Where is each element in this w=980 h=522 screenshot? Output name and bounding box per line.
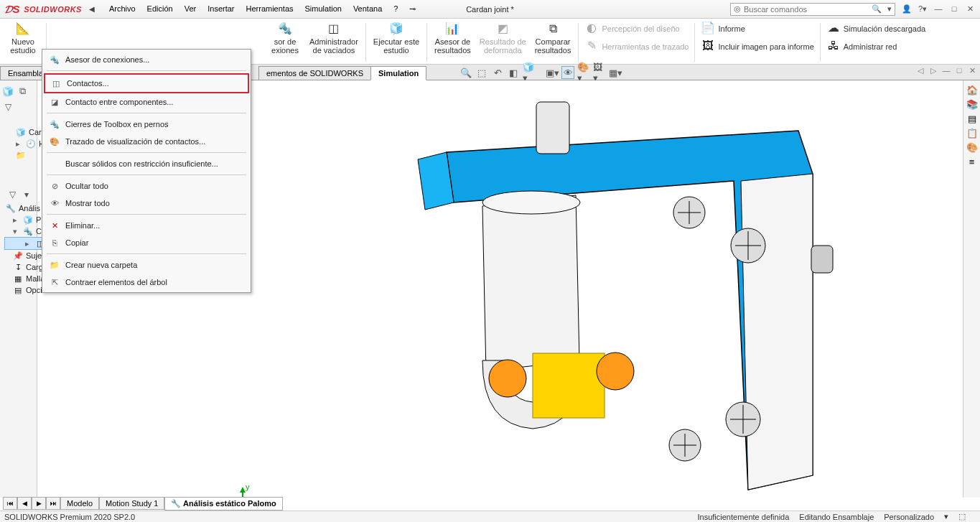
palette-icon[interactable]: 🎨 <box>966 141 979 154</box>
ctx-nueva-carpeta[interactable]: 📁Crear nueva carpeta <box>44 256 249 274</box>
folder-icon: 📁 <box>48 259 61 271</box>
tab-simulation[interactable]: Simulation <box>370 66 426 80</box>
search-dropdown-icon[interactable]: ▾ <box>887 4 892 14</box>
help-icon[interactable]: ?▾ <box>917 4 928 14</box>
tree-label[interactable]: C <box>36 227 42 236</box>
incluir-imagen-button[interactable]: 🖼 Incluir imagen para informe <box>698 38 816 55</box>
display-style-icon[interactable]: ▣▾ <box>546 66 559 79</box>
minimize-icon[interactable]: — <box>933 4 944 14</box>
doc-fwd-icon[interactable]: ▷ <box>928 66 938 75</box>
tree-label[interactable]: Anális <box>19 204 40 213</box>
doc-max-icon[interactable]: □ <box>954 66 964 75</box>
fm-tree-icon[interactable]: 🧊 <box>1 85 14 98</box>
deformed-icon: ◩ <box>495 22 510 36</box>
bolt-icon: 🔩 <box>48 54 61 65</box>
status-dropdown-icon[interactable]: ▾ <box>944 512 948 521</box>
ctx-trazado-contactos[interactable]: 🎨Trazado de visualización de contactos..… <box>44 133 249 150</box>
render-icon[interactable]: ▦▾ <box>609 66 622 79</box>
section-view-icon[interactable]: ◧ <box>507 66 520 79</box>
tab-nav-last[interactable]: ⏭ <box>46 497 60 510</box>
ctx-eliminar[interactable]: ✕Eliminar... <box>44 217 249 234</box>
include-image-icon: 🖼 <box>701 39 715 53</box>
informe-button[interactable]: 📄 Informe <box>698 20 816 37</box>
ctx-ocultar-todo[interactable]: ⊘Ocultar todo <box>44 177 249 195</box>
admin-red-button[interactable]: 🖧 Administrar red <box>823 38 928 55</box>
ejecutar-estudio-button[interactable]: 🧊 Ejecutar este estudio <box>369 20 424 56</box>
menu-simulation[interactable]: Simulation <box>301 2 346 16</box>
percepcion-diseno-button: ◐ Percepción del diseño <box>582 20 691 37</box>
fm-config-icon[interactable]: ⧉ <box>16 85 29 98</box>
resources-icon[interactable]: 📚 <box>966 98 979 111</box>
ctx-asesor-conexiones[interactable]: 🔩Asesor de conexiones... <box>44 51 249 68</box>
nuevo-estudio-button[interactable]: 📐 Nuevo estudio <box>3 20 43 56</box>
tab-nav-first[interactable]: ⏮ <box>3 497 17 510</box>
tab-motion-study[interactable]: Motion Study 1 <box>99 497 164 510</box>
menu-ver[interactable]: Ver <box>180 2 201 16</box>
pin-icon[interactable]: ⊸ <box>405 2 420 16</box>
new-study-icon: 📐 <box>16 22 30 36</box>
view-orient-icon[interactable]: 🧊▾ <box>523 66 536 79</box>
tab-nav-next[interactable]: ▶ <box>32 497 46 510</box>
report-icon: 📄 <box>701 21 715 35</box>
ctx-copiar[interactable]: ⎘Copiar <box>44 234 249 251</box>
search-commands[interactable]: ◎ 🔍 ▾ <box>730 3 895 16</box>
doc-back-icon[interactable]: ◁ <box>915 66 925 75</box>
doc-close-icon[interactable]: ✕ <box>967 66 977 75</box>
ctx-contraer-arbol[interactable]: ⇱Contraer elementos del árbol <box>44 274 249 291</box>
hide-show-icon[interactable]: 👁 <box>561 66 574 79</box>
resultado-deformada-button: ◩ Resultado de deformada <box>475 20 531 56</box>
filter-icon[interactable]: ▽ <box>1 101 14 113</box>
herramientas-trazado-button: ✎ Herramientas de trazado <box>582 38 691 55</box>
hide-icon: ⊘ <box>48 180 61 192</box>
doc-min-icon[interactable]: — <box>941 66 951 75</box>
home-icon[interactable]: 🏠 <box>966 83 979 96</box>
component-contact-icon: ◪ <box>48 96 61 108</box>
menu-edicion[interactable]: Edición <box>143 2 177 16</box>
admin-vaciados-button[interactable]: ◫ Administrador de vaciados <box>305 20 363 56</box>
zoom-area-icon[interactable]: ⬚ <box>475 66 488 79</box>
maximize-icon[interactable]: □ <box>948 4 960 14</box>
tree-label[interactable]: P <box>36 215 41 224</box>
search-icon[interactable]: 🔍 <box>872 4 882 14</box>
ctx-mostrar-todo[interactable]: 👁Mostrar todo <box>44 195 249 212</box>
study-tab-icon: 🔧 <box>171 499 183 508</box>
user-icon[interactable]: 👤 <box>901 4 913 14</box>
asesor-resultados-button[interactable]: 📊 Asesor de resultados <box>430 20 475 56</box>
filter-icon[interactable]: ▽ <box>6 188 19 201</box>
scene-icon[interactable]: 🖼▾ <box>593 66 606 79</box>
sim-descargada-button[interactable]: ☁ Simulación descargada <box>823 20 928 37</box>
search-input[interactable] <box>744 5 869 14</box>
tab-nav-prev[interactable]: ◀ <box>17 497 32 510</box>
ctx-buscar-solidos[interactable]: Buscar sólidos con restricción insuficie… <box>44 155 249 172</box>
svg-point-1 <box>482 191 580 214</box>
menu-ventana[interactable]: Ventana <box>349 2 386 16</box>
menu-herramientas[interactable]: Herramientas <box>242 2 298 16</box>
custom-props-icon[interactable]: 📋 <box>966 126 979 139</box>
ctx-cierres-toolbox[interactable]: 🔩Cierres de Toolbox en pernos <box>44 116 249 133</box>
network-icon: 🖧 <box>826 39 841 53</box>
status-product: SOLIDWORKS Premium 2020 SP2.0 <box>4 513 135 521</box>
close-icon[interactable]: ✕ <box>964 4 976 14</box>
appearance-icon[interactable]: 🎨▾ <box>577 66 590 79</box>
menu-insertar[interactable]: Insertar <box>203 2 238 16</box>
ctx-contacto-componentes[interactable]: ◪Contacto entre componentes... <box>44 93 249 111</box>
forum-icon[interactable]: ≡ <box>966 155 979 168</box>
prev-view-icon[interactable]: ↶ <box>491 66 504 79</box>
tab-complementos[interactable]: ementos de SOLIDWORKS <box>258 66 371 80</box>
menu-collapse-icon[interactable]: ◀ <box>89 5 95 13</box>
ctx-contactos[interactable]: ◫Contactos... <box>44 73 249 93</box>
tab-analisis-estatico[interactable]: 🔧 Análisis estático Palomo <box>164 497 282 511</box>
comparar-resultados-button[interactable]: ⧉ Comparar resultados <box>531 20 576 56</box>
menu-help[interactable]: ? <box>389 2 402 16</box>
heads-up-toolbar: 🔍 ⬚ ↶ ◧ 🧊▾ ▣▾ 👁 🎨▾ 🖼▾ ▦▾ <box>459 65 622 80</box>
tab-modelo[interactable]: Modelo <box>60 497 99 510</box>
parts-icon: 🧊 <box>23 215 33 225</box>
task-pane-rail: 🏠 📚 ▤ 📋 🎨 ≡ <box>963 80 980 498</box>
status-cube-icon[interactable]: ⬚ <box>958 512 966 521</box>
menu-archivo[interactable]: Archivo <box>105 2 140 16</box>
asesor-conexiones-button[interactable]: 🔩 sor de exiones <box>265 20 305 56</box>
zoom-fit-icon[interactable]: 🔍 <box>459 66 472 79</box>
plot-tools-icon: ✎ <box>584 39 599 53</box>
status-units[interactable]: Personalizado <box>884 513 934 521</box>
appearances-icon[interactable]: ▤ <box>966 112 979 125</box>
